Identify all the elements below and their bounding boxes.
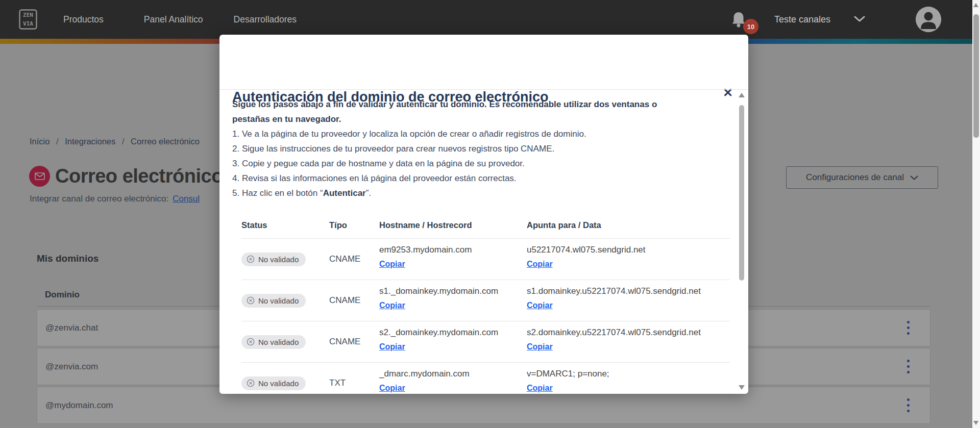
step-2: 2. Sigue las instrucciones de tu proveed… [232, 141, 694, 156]
record-type: TXT [329, 378, 379, 388]
circle-x-icon [247, 296, 255, 305]
status-badge: No validado [241, 294, 306, 308]
modal-divider [219, 89, 748, 90]
copy-hostname-link[interactable]: Copiar [379, 260, 405, 269]
step-4: 4. Revisa si las informaciones en lá pág… [232, 171, 694, 186]
dns-row: No validado TXT _dmarc.mydomain.com Copi… [241, 362, 730, 394]
user-avatar[interactable] [916, 7, 941, 32]
circle-x-icon [247, 255, 255, 263]
scroll-down-arrow-icon[interactable] [739, 385, 745, 390]
zenvia-logo-icon[interactable]: ZEN VIA [19, 9, 37, 32]
record-type: CNAME [329, 295, 379, 306]
record-type: CNAME [329, 254, 379, 264]
dns-records-table: Status Típo Hostname / Hostrecord Apunta… [241, 216, 730, 394]
notification-count-badge: 10 [743, 19, 758, 34]
page-scrollbar[interactable] [972, 0, 980, 428]
nav-item-panel-analitico[interactable]: Panel Analítico [144, 14, 203, 25]
hostname-value: s1._domainkey.mydomain.com [379, 286, 527, 297]
top-navbar: ZEN VIA Productos Panel Analítico Desarr… [0, 0, 980, 39]
nav-item-productos[interactable]: Productos [63, 14, 104, 25]
copy-hostname-link[interactable]: Copiar [379, 342, 405, 351]
copy-data-link[interactable]: Copiar [527, 384, 553, 393]
circle-x-icon [247, 338, 255, 346]
account-menu-label: Teste canales [774, 14, 830, 25]
copy-hostname-link[interactable]: Copiar [379, 384, 405, 393]
copy-data-link[interactable]: Copiar [527, 260, 553, 269]
dns-row: No validado CNAME s1._domainkey.mydomain… [241, 280, 730, 321]
modal-intro-text: Sigue los pasos abajo a fin de validar y… [232, 97, 694, 127]
account-menu[interactable]: Teste canales [774, 0, 865, 39]
copy-data-link[interactable]: Copiar [527, 301, 553, 310]
scroll-up-arrow-icon[interactable] [973, 3, 978, 7]
col-type: Típo [329, 216, 379, 238]
nav-links: Productos Panel Analítico Desarrolladore… [63, 0, 297, 39]
modal-body: Sigue los pasos abajo a fin de validar y… [232, 97, 730, 200]
step-1: 1. Ve a la página de tu proveedor y loca… [232, 127, 694, 141]
status-badge: No validado [241, 253, 306, 266]
domain-authentication-modal: Autenticación del dominio de correo elec… [219, 35, 748, 394]
hostname-value: _dmarc.mydomain.com [379, 368, 527, 380]
dns-row: No validado CNAME em9253.mydomain.com Co… [241, 238, 730, 280]
chevron-down-icon [854, 15, 865, 24]
col-data: Apunta para / Data [527, 216, 730, 238]
record-type: CNAME [329, 337, 379, 347]
scroll-down-arrow-icon[interactable] [973, 421, 978, 425]
step-5: 5. Haz clic en el botón “Autenticar”. [232, 186, 694, 200]
hostname-value: s2._domainkey.mydomain.com [379, 327, 527, 338]
col-hostname: Hostname / Hostrecord [379, 216, 527, 238]
dns-row: No validado CNAME s2._domainkey.mydomain… [241, 321, 730, 362]
dns-table-header: Status Típo Hostname / Hostrecord Apunta… [241, 216, 730, 238]
svg-text:VIA: VIA [23, 20, 33, 27]
col-status: Status [241, 216, 329, 238]
modal-scrollbar[interactable] [738, 92, 745, 391]
notifications-button[interactable]: 10 [731, 11, 762, 35]
scrollbar-thumb[interactable] [739, 105, 744, 281]
circle-x-icon [247, 379, 255, 387]
data-value: s2.domainkey.u52217074.wl075.sendgrid.ne… [527, 327, 730, 338]
nav-item-desarrolladores[interactable]: Desarrolladores [234, 14, 297, 25]
data-value: u52217074.wl075.sendgrid.net [527, 244, 730, 256]
scroll-up-arrow-icon[interactable] [739, 93, 745, 97]
modal-steps: 1. Ve a la página de tu proveedor y loca… [232, 127, 730, 200]
status-badge: No validado [241, 376, 306, 390]
svg-text:ZEN: ZEN [23, 12, 33, 18]
screen: ZEN VIA Productos Panel Analítico Desarr… [0, 0, 980, 428]
scrollbar-thumb[interactable] [973, 14, 979, 138]
data-value: v=DMARC1; p=none; [527, 368, 730, 380]
data-value: s1.domainkey.u52217074.wl075.sendgrid.ne… [527, 286, 730, 297]
copy-hostname-link[interactable]: Copiar [379, 301, 405, 310]
hostname-value: em9253.mydomain.com [379, 244, 527, 256]
status-badge: No validado [241, 335, 306, 349]
copy-data-link[interactable]: Copiar [527, 342, 553, 351]
step-3: 3. Copie y pegue cada par de hostname y … [232, 156, 694, 171]
